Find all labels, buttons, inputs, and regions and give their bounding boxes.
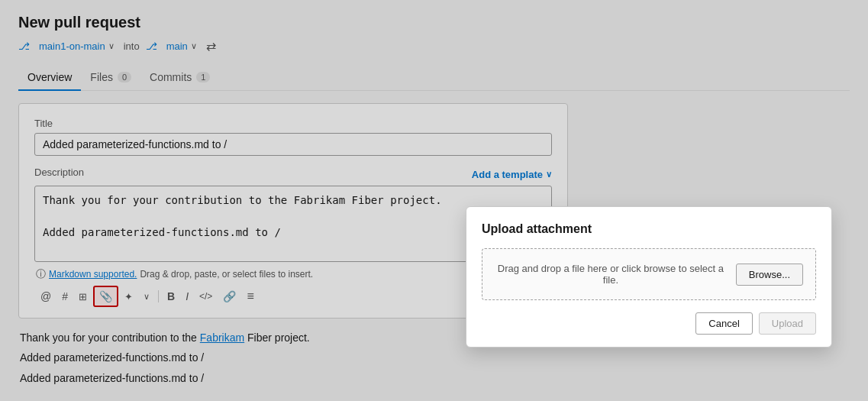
modal-footer: Cancel Upload <box>482 312 816 335</box>
upload-dropzone[interactable]: Drag and drop a file here or click brows… <box>482 248 816 300</box>
upload-button[interactable]: Upload <box>759 312 816 335</box>
cancel-button[interactable]: Cancel <box>695 312 752 335</box>
dropzone-text: Drag and drop a file here or click brows… <box>495 263 727 286</box>
modal-title: Upload attachment <box>482 222 816 236</box>
upload-modal: Upload attachment Drag and drop a file h… <box>466 206 832 348</box>
browse-button[interactable]: Browse... <box>736 264 803 286</box>
